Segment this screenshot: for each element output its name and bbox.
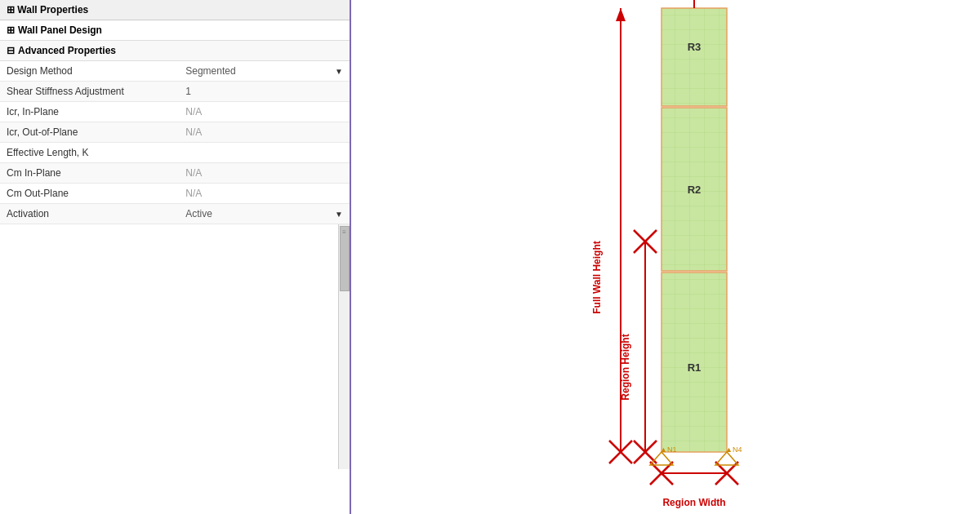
table-row: Design Method Segmented ▼	[0, 61, 350, 82]
prop-label-shear-stiffness: Shear Stiffness Adjustment	[0, 82, 179, 102]
region-width-label: Region Width	[662, 497, 725, 508]
full-wall-height-arrow-top	[616, 8, 626, 21]
table-row: Shear Stiffness Adjustment 1	[0, 82, 350, 102]
table-row: Icr, Out-of-Plane N/A	[0, 122, 350, 143]
left-panel: ⊞ Wall Properties ⊞ Wall Panel Design ⊟ …	[0, 0, 351, 514]
node-n1-label: ▲N1	[660, 445, 676, 454]
prop-label-icr-outofplane: Icr, Out-of-Plane	[0, 122, 179, 143]
prop-label-activation: Activation	[0, 204, 179, 224]
prop-label-cm-inplane: Cm In-Plane	[0, 163, 179, 184]
region-label-r1: R1	[688, 361, 702, 374]
table-row: Cm In-Plane N/A	[0, 163, 350, 184]
prop-label-design-method: Design Method	[0, 61, 179, 82]
prop-value-shear-stiffness[interactable]: 1	[179, 82, 350, 102]
wall-panel-title: Wall Panel Design	[18, 24, 102, 36]
table-row: Icr, In-Plane N/A	[0, 102, 350, 122]
advanced-props-expand-icon: ⊟	[7, 45, 15, 56]
properties-table: Design Method Segmented ▼ Shear Stiffnes…	[0, 61, 350, 224]
scrollbar-thumb[interactable]: ≡	[340, 226, 350, 291]
design-method-value: Segmented	[185, 65, 235, 77]
drawing-svg: R3 R2 R1 Full Wall Height Region Height	[351, 0, 980, 514]
prop-value-effective-length[interactable]	[179, 143, 350, 163]
support-n4-triangle	[715, 452, 738, 465]
scrollbar-track[interactable]: ≡	[338, 224, 350, 469]
advanced-props-title: Advanced Properties	[18, 45, 116, 56]
wall-region-r3-grid	[662, 8, 727, 106]
activation-value: Active	[185, 208, 212, 219]
right-panel: R3 R2 R1 Full Wall Height Region Height	[351, 0, 980, 514]
prop-value-cm-outplane: N/A	[179, 184, 350, 204]
region-label-r3: R3	[688, 41, 702, 53]
wall-panel-design-header[interactable]: ⊞ Wall Panel Design	[0, 20, 350, 41]
activation-dropdown-arrow[interactable]: ▼	[335, 210, 343, 219]
design-method-dropdown-arrow[interactable]: ▼	[335, 67, 343, 76]
wall-props-expand-icon: ⊞	[7, 4, 15, 16]
table-row: Cm Out-Plane N/A	[0, 184, 350, 204]
prop-value-design-method[interactable]: Segmented ▼	[179, 61, 350, 82]
table-row: Activation Active ▼	[0, 204, 350, 224]
wall-panel-expand-icon: ⊞	[7, 24, 15, 36]
prop-value-icr-outofplane: N/A	[179, 122, 350, 143]
node-n4-label: ▲N4	[725, 445, 742, 454]
wall-properties-header[interactable]: ⊞ Wall Properties	[0, 0, 350, 20]
region-height-label: Region Height	[620, 334, 631, 400]
prop-label-effective-length: Effective Length, K	[0, 143, 179, 163]
wall-props-title: Wall Properties	[17, 4, 88, 16]
support-n1-triangle	[650, 452, 673, 465]
prop-value-cm-inplane: N/A	[179, 163, 350, 184]
prop-label-icr-inplane: Icr, In-Plane	[0, 102, 179, 122]
prop-value-activation[interactable]: Active ▼	[179, 204, 350, 224]
prop-value-icr-inplane: N/A	[179, 102, 350, 122]
table-row: Effective Length, K	[0, 143, 350, 163]
prop-label-cm-outplane: Cm Out-Plane	[0, 184, 179, 204]
full-wall-height-label: Full Wall Height	[591, 241, 603, 314]
region-label-r2: R2	[688, 184, 702, 196]
advanced-properties-header[interactable]: ⊟ Advanced Properties	[0, 41, 350, 61]
